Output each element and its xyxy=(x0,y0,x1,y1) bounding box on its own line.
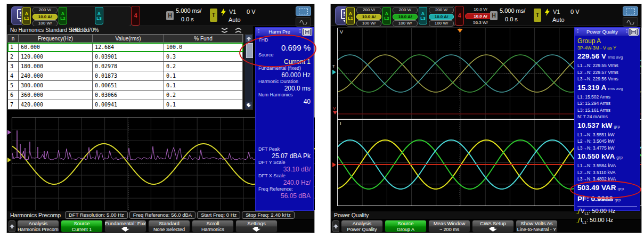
scroll-up-button[interactable] xyxy=(246,35,252,42)
channel-4-label[interactable]: 4 xyxy=(131,6,140,26)
amps-per-div-button[interactable]: 10.0 A/ xyxy=(356,14,381,20)
trigger-source[interactable]: V1 xyxy=(229,9,236,15)
harmonics-table-row[interactable]: 2120.0000.039010.3 xyxy=(7,52,243,62)
channel4-voltage-marker[interactable] xyxy=(333,111,337,114)
trigger-mode[interactable]: Auto xyxy=(552,17,565,23)
softkey-button[interactable]: Settings xyxy=(235,220,278,233)
readout-label: DFT Peak xyxy=(258,146,311,152)
volts-per-div-button[interactable]: 200 V/ xyxy=(429,7,454,13)
softkey-title: Analysis xyxy=(18,220,59,227)
cell-frequency: 60.000 xyxy=(19,43,93,52)
amps-per-div-button[interactable]: 10.0 A/ xyxy=(32,14,58,20)
channel-tag: A xyxy=(97,11,101,16)
trigger-mode[interactable]: Auto xyxy=(229,17,241,23)
lightning-icon xyxy=(545,9,550,16)
panel-title-bar[interactable]: Harm Pre xyxy=(256,28,313,36)
softkey-button[interactable]: AnalysisPower Quality xyxy=(341,220,383,233)
trigger-key[interactable]: T xyxy=(534,9,541,22)
softkey-button[interactable]: Fundamental: Fixed xyxy=(104,220,146,233)
waveform-compare-button[interactable] xyxy=(296,17,311,27)
expand-icon[interactable] xyxy=(234,28,241,33)
softkey-button[interactable]: StandardNone Selected xyxy=(148,220,190,233)
timebase-value[interactable]: 5.000 ms/ xyxy=(500,7,525,14)
frequency-subscript: L1 xyxy=(582,220,586,224)
measurement-suffix: grp xyxy=(618,186,624,191)
scope-header: AL1 200 V/10.0 A/100 W/ AL2 200 V/10.0 A… xyxy=(331,5,641,26)
trigger-source[interactable]: V1 xyxy=(553,9,560,15)
panel-menu-button[interactable] xyxy=(302,28,312,36)
channel4-current-marker[interactable] xyxy=(332,162,336,167)
column-header: Value(rms) xyxy=(93,35,164,42)
measurement-line: 15.319 Arms avg xyxy=(577,83,637,94)
scroll-down-button[interactable] xyxy=(246,102,252,109)
volts-per-div-button[interactable]: 200 V/ xyxy=(356,7,381,13)
waveform-compare-button[interactable] xyxy=(623,17,638,27)
table-scrollbar[interactable] xyxy=(244,34,253,110)
delay-value[interactable]: 0.0 s xyxy=(181,16,194,22)
status-item: Freq Reference: 56.0 dBA xyxy=(129,211,195,219)
channel-name: L1 xyxy=(24,16,29,21)
softkey-button[interactable]: CWA Setup xyxy=(472,220,514,233)
panel-menu-button[interactable] xyxy=(629,28,639,36)
timebase-value[interactable]: 5.000 ms/ xyxy=(176,7,201,14)
cell-frequency: 120.000 xyxy=(19,52,93,61)
channel-label[interactable]: AL1 xyxy=(22,7,31,24)
current-axis-label: I xyxy=(340,121,341,126)
watts-per-div-button[interactable]: 100 W/ xyxy=(429,20,454,27)
horizontal-key[interactable]: H xyxy=(490,11,498,20)
zoom-window-button[interactable] xyxy=(296,6,311,16)
dft-trace-marker[interactable] xyxy=(7,130,11,135)
panel-title-bar[interactable]: Power Quality xyxy=(575,28,640,36)
current-trace-marker[interactable] xyxy=(7,158,11,162)
softkey-button[interactable]: SourceGroup A xyxy=(385,220,427,233)
softkey-button[interactable]: ScrollHarmonics xyxy=(192,220,234,233)
harmonics-table-row[interactable]: 7420.0000.009410.1 xyxy=(7,100,243,110)
horizontal-key[interactable]: H xyxy=(166,11,174,20)
collapse-icon[interactable] xyxy=(222,28,229,33)
softkey-button[interactable]: Show Volts AsLine-to-Neutral - Y xyxy=(516,220,558,233)
channel-label[interactable]: AL1 xyxy=(346,7,355,24)
channel-label[interactable]: AL2 xyxy=(382,7,391,24)
amps-per-div-button[interactable]: 10.0 A/ xyxy=(429,14,454,20)
header-tool-buttons xyxy=(296,6,311,27)
channel-label[interactable]: AL3 xyxy=(95,7,103,24)
readout-value: Current 1 xyxy=(258,58,311,65)
watts-per-div-button[interactable]: 100 W/ xyxy=(356,20,381,27)
softkey-value: None Selected xyxy=(149,227,190,232)
channel-tag: A xyxy=(61,11,64,16)
watts-per-div-button[interactable]: 100 W/ xyxy=(32,20,58,27)
trigger-key[interactable]: T xyxy=(210,9,217,22)
readout-value: 40 xyxy=(258,98,311,105)
delay-value[interactable]: 0.0 s xyxy=(505,16,518,22)
softkey-button[interactable]: AnalysisHarmonics Precomp xyxy=(17,220,59,233)
watts-per-div-button[interactable]: 100 W/ xyxy=(393,20,418,27)
softkey-button[interactable]: Meas Window~ 200 ms xyxy=(428,220,470,233)
harmonics-table-row[interactable]: 5300.0000.006510.1 xyxy=(7,81,243,91)
measurement-text: L2→N: 3.5110 kVA xyxy=(577,170,616,175)
channel-label[interactable]: AL2 xyxy=(59,7,67,24)
harmonics-table-row[interactable]: 6360.0000.030660.2 xyxy=(7,91,243,100)
softkey-back-button[interactable] xyxy=(332,220,339,232)
readout-label: Harmonic Duration xyxy=(258,79,311,85)
channel-name: L1 xyxy=(348,16,353,21)
harmonics-table-row[interactable]: 3180.0000.029780.2 xyxy=(7,62,243,71)
softkey-back-button[interactable] xyxy=(9,220,15,232)
ch4-watts-per-div[interactable]: 56.3 W/ xyxy=(465,20,496,26)
channel-4-label[interactable]: 4 xyxy=(455,6,464,26)
softkey-button[interactable]: SourceCurrent 1 xyxy=(61,220,103,233)
volts-per-div-button[interactable]: 200 V/ xyxy=(393,7,418,13)
channel-scales: 200 V/10.0 A/100 W/ xyxy=(32,7,58,26)
amps-per-div-button[interactable]: 10.0 A/ xyxy=(393,14,418,20)
scrollbar-thumb[interactable] xyxy=(246,43,253,58)
volts-per-div-button[interactable]: 200 V/ xyxy=(32,7,58,13)
down-arrow-icon xyxy=(489,227,497,232)
cell-frequency: 420.000 xyxy=(19,100,93,109)
harmonics-table-row[interactable]: 4240.0000.018730.1 xyxy=(7,71,243,81)
harmonics-table-row[interactable]: 160.00012.684100.0 xyxy=(7,43,243,52)
softkey-value: Power Quality xyxy=(341,227,382,232)
voltage-ground-marker[interactable] xyxy=(332,70,336,75)
channel-panel: AL1 200 V/10.0 A/100 W/ AL2 200 V/10.0 A… xyxy=(345,6,455,27)
channel-scales xyxy=(69,7,94,26)
zoom-window-button[interactable] xyxy=(623,6,638,16)
channel-label[interactable]: AL3 xyxy=(419,7,427,24)
